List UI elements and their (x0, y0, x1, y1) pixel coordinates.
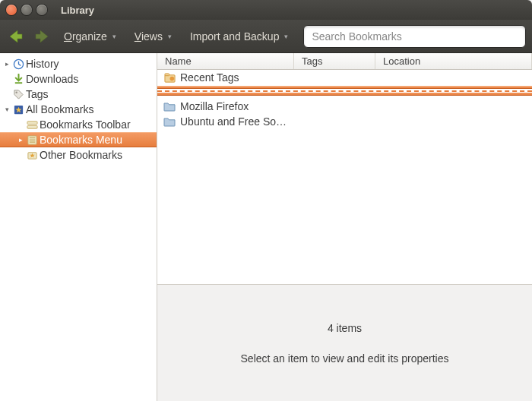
views-menu[interactable]: Views▾ (133, 27, 173, 46)
list-item-folder[interactable]: Ubuntu and Free So… (157, 114, 532, 129)
sidebar-item-tags[interactable]: Tags (0, 87, 157, 102)
col-label: Tags (302, 55, 322, 67)
import-backup-menu[interactable]: Import and Backup▾ (188, 27, 290, 46)
svg-point-13 (169, 76, 174, 81)
list-item-label: Mozilla Firefox (180, 100, 249, 112)
col-label: Name (165, 55, 192, 67)
item-count: 4 items (328, 322, 362, 334)
sidebar-item-bookmarks-toolbar[interactable]: Bookmarks Toolbar (0, 117, 157, 132)
svg-rect-1 (14, 82, 21, 84)
bookmarks-icon (12, 103, 24, 115)
column-header-name[interactable]: Name (157, 53, 294, 69)
svg-rect-7 (29, 137, 35, 137)
tag-icon (12, 88, 24, 100)
import-backup-label: Import and Backup (190, 30, 280, 43)
svg-rect-9 (29, 141, 35, 142)
sidebar: ▸ History Downloads Tags ▾ All Boo (0, 53, 157, 401)
main-panel: Name Tags Location Recent Tags Mozilla F… (157, 53, 532, 401)
views-label: iews (141, 30, 163, 43)
sidebar-item-bookmarks-menu[interactable]: ▸ Bookmarks Menu (0, 132, 157, 147)
bookmark-list: Recent Tags Mozilla Firefox Ubuntu and F… (157, 70, 532, 284)
sidebar-item-label: All Bookmarks (26, 103, 93, 115)
folder-icon (163, 100, 176, 112)
menu-icon (26, 134, 38, 146)
sidebar-item-downloads[interactable]: Downloads (0, 71, 157, 87)
maximize-button[interactable] (36, 5, 47, 15)
organize-menu[interactable]: Organize▾ (62, 27, 118, 46)
sidebar-item-label: History (26, 58, 59, 70)
list-item-label: Recent Tags (180, 71, 239, 84)
svg-rect-8 (29, 139, 35, 140)
detail-hint: Select an item to view and edit its prop… (241, 352, 449, 365)
svg-rect-4 (27, 121, 36, 124)
close-button[interactable] (6, 5, 17, 15)
chevron-down-icon: ▾ (112, 33, 116, 40)
chevron-down-icon: ▾ (284, 33, 288, 40)
expander-icon[interactable]: ▸ (3, 60, 11, 68)
column-header-tags[interactable]: Tags (294, 53, 375, 69)
sidebar-item-label: Tags (26, 88, 49, 100)
sidebar-item-label: Bookmarks Toolbar (40, 118, 131, 131)
window-titlebar: Library (0, 0, 532, 20)
svg-rect-5 (27, 125, 36, 128)
sidebar-item-label: Other Bookmarks (40, 149, 122, 161)
col-label: Location (383, 55, 420, 67)
minimize-button[interactable] (21, 5, 32, 15)
column-header-location[interactable]: Location (375, 53, 532, 69)
chevron-down-icon: ▾ (168, 33, 172, 40)
svg-point-2 (15, 91, 17, 93)
separator (157, 86, 532, 89)
toolbar-icon (26, 118, 38, 131)
list-item-recent-tags[interactable]: Recent Tags (157, 70, 532, 85)
window-title: Library (61, 5, 94, 16)
sidebar-item-history[interactable]: ▸ History (0, 56, 157, 71)
folder-icon (163, 115, 176, 128)
other-bookmarks-icon (26, 149, 38, 161)
search-container (303, 25, 526, 48)
sidebar-item-label: Bookmarks Menu (40, 134, 122, 146)
search-input[interactable] (303, 25, 526, 48)
toolbar: Organize▾ Views▾ Import and Backup▾ (0, 20, 532, 53)
window-controls (6, 5, 47, 15)
column-headers: Name Tags Location (157, 53, 532, 70)
expander-icon[interactable]: ▾ (3, 106, 11, 113)
sidebar-item-label: Downloads (26, 73, 78, 85)
clock-icon (12, 58, 24, 70)
body: ▸ History Downloads Tags ▾ All Boo (0, 53, 532, 401)
svg-rect-12 (164, 73, 169, 75)
sidebar-item-other-bookmarks[interactable]: Other Bookmarks (0, 147, 157, 163)
list-item-folder[interactable]: Mozilla Firefox (157, 99, 532, 114)
back-button[interactable] (6, 27, 26, 46)
list-item-label: Ubuntu and Free So… (180, 115, 287, 128)
download-icon (12, 73, 24, 85)
detail-pane: 4 items Select an item to view and edit … (157, 284, 532, 401)
organize-label: rganize (72, 30, 107, 43)
recent-tags-icon (163, 71, 176, 84)
expander-icon[interactable]: ▸ (17, 136, 24, 144)
forward-button[interactable] (32, 27, 52, 46)
sidebar-item-all-bookmarks[interactable]: ▾ All Bookmarks (0, 102, 157, 117)
